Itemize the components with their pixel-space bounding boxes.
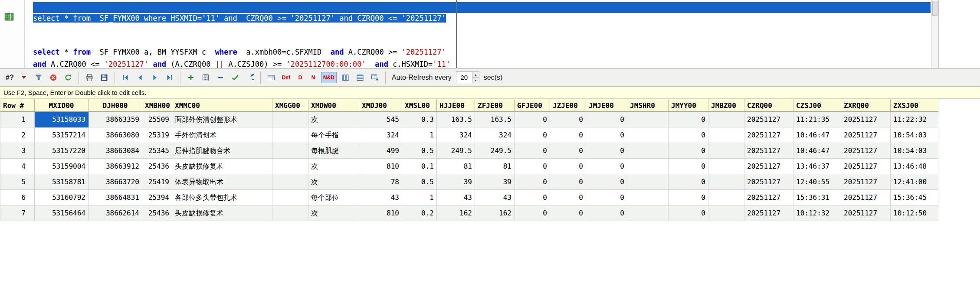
grid-cell[interactable]: 545 <box>359 112 402 127</box>
grid-cell[interactable]: 0 <box>586 205 627 221</box>
grid-cell[interactable]: 20251127 <box>744 159 793 174</box>
grid-cell[interactable]: 次 <box>308 174 359 190</box>
grid-cell[interactable]: 10:46:47 <box>793 143 841 159</box>
grid-cell[interactable]: 头皮缺损修复术 <box>172 159 272 174</box>
grid-cell[interactable]: 20251127 <box>744 190 793 205</box>
grid-cell[interactable] <box>708 127 744 143</box>
row-view-button[interactable] <box>354 72 366 84</box>
grid-cell[interactable]: 0 <box>550 159 586 174</box>
filter-button[interactable] <box>33 72 45 84</box>
grid-cell[interactable]: 324 <box>359 127 402 143</box>
grid-cell[interactable] <box>272 127 308 143</box>
grid-cell[interactable]: 38662614 <box>88 205 142 221</box>
column-header-jmyy00[interactable]: JMYY00 <box>669 99 708 112</box>
grid-cell[interactable]: 头皮缺损修复术 <box>172 205 272 221</box>
grid-cell[interactable]: 0 <box>550 174 586 190</box>
grid-cell[interactable]: 0 <box>515 205 550 221</box>
grid-cell[interactable]: 43 <box>359 190 402 205</box>
column-header-jmje00[interactable]: JMJE00 <box>586 99 627 112</box>
grid-cell[interactable]: 38663080 <box>88 127 142 143</box>
grid-cell[interactable] <box>272 159 308 174</box>
row-number-cell[interactable]: 7 <box>0 205 35 221</box>
grid-cell[interactable]: 20251127 <box>841 174 891 190</box>
grid-cell[interactable] <box>627 174 669 190</box>
now-value-button[interactable]: N <box>308 72 318 83</box>
column-header-xmsl00[interactable]: XMSL00 <box>402 99 437 112</box>
refresh-interval-input[interactable] <box>456 72 472 83</box>
grid-cell[interactable] <box>272 143 308 159</box>
next-record-button[interactable] <box>149 72 161 84</box>
grid-cell[interactable]: 0 <box>586 159 627 174</box>
grid-cell[interactable]: 0.5 <box>402 174 437 190</box>
grid-cell[interactable]: 0 <box>550 112 586 127</box>
default-value-button[interactable]: Def <box>280 72 292 83</box>
grid-cell[interactable]: 0 <box>515 159 550 174</box>
grid-options-button[interactable] <box>265 72 277 84</box>
column-header-xmdj00[interactable]: XMDJ00 <box>359 99 402 112</box>
column-header-hjje00[interactable]: HJJE00 <box>437 99 475 112</box>
grid-cell[interactable]: 面部外伤清创整形术 <box>172 112 272 127</box>
grid-cell[interactable]: 0 <box>515 127 550 143</box>
grid-cell[interactable]: 53159004 <box>35 159 88 174</box>
grid-cell[interactable]: 0 <box>586 190 627 205</box>
grid-cell[interactable]: 0 <box>586 174 627 190</box>
grid-cell[interactable]: 38663359 <box>88 112 142 127</box>
grid-cell[interactable]: 10:46:47 <box>793 127 841 143</box>
grid-cell[interactable]: 10:12:50 <box>891 205 938 221</box>
grid-cell[interactable]: 20251127 <box>841 143 891 159</box>
grid-cell[interactable]: 53158781 <box>35 174 88 190</box>
grid-cell[interactable] <box>272 205 308 221</box>
row-number-cell[interactable]: 4 <box>0 159 35 174</box>
row-number-cell[interactable]: 5 <box>0 174 35 190</box>
grid-cell[interactable]: 15:36:31 <box>793 190 841 205</box>
grid-row-7[interactable]: 7531564643866261425436头皮缺损修复术次8100.21621… <box>0 205 938 221</box>
grid-cell[interactable] <box>627 143 669 159</box>
print-button[interactable] <box>83 72 95 84</box>
grid-cell[interactable] <box>708 205 744 221</box>
grid-cell[interactable]: 10:54:03 <box>891 143 938 159</box>
grid-cell[interactable]: 78 <box>359 174 402 190</box>
grid-cell[interactable]: 0 <box>669 127 708 143</box>
grid-cell[interactable]: 38663912 <box>88 159 142 174</box>
grid-cell[interactable]: 11:22:32 <box>891 112 938 127</box>
grid-cell[interactable]: 屈伸指肌腱吻合术 <box>172 143 272 159</box>
grid-cell[interactable] <box>708 112 744 127</box>
grid-cell[interactable] <box>627 127 669 143</box>
grid-cell[interactable]: 162 <box>437 205 475 221</box>
editor-scrollbar[interactable] <box>931 0 939 68</box>
grid-cell[interactable]: 0 <box>669 205 708 221</box>
column-header-zxsj00[interactable]: ZXSJ00 <box>891 99 938 112</box>
grid-row-5[interactable]: 5531587813866372025419体表异物取出术次780.539390… <box>0 174 938 190</box>
last-record-button[interactable] <box>164 72 176 84</box>
grid-row-2[interactable]: 2531572143866308025319手外伤清创术每个手指32413243… <box>0 127 938 143</box>
grid-cell[interactable]: 0 <box>550 190 586 205</box>
grid-row-3[interactable]: 3531572203866308425345屈伸指肌腱吻合术每根肌腱4990.5… <box>0 143 938 159</box>
grid-cell[interactable]: 20251127 <box>841 205 891 221</box>
grid-cell[interactable]: 25345 <box>142 143 172 159</box>
grid-cell[interactable]: 810 <box>359 159 402 174</box>
grid-cell[interactable]: 0 <box>550 127 586 143</box>
grid-cell[interactable]: 163.5 <box>475 112 515 127</box>
grid-cell[interactable] <box>708 159 744 174</box>
column-header-jzje00[interactable]: JZJE00 <box>550 99 586 112</box>
grid-cell[interactable] <box>627 205 669 221</box>
grid-cell[interactable]: 次 <box>308 159 359 174</box>
grid-cell[interactable]: 10:12:32 <box>793 205 841 221</box>
grid-cell[interactable]: 43 <box>437 190 475 205</box>
date-value-button[interactable]: D <box>295 72 305 83</box>
grid-cell[interactable]: 20251127 <box>841 190 891 205</box>
grid-cell[interactable]: 20251127 <box>841 127 891 143</box>
grid-cell[interactable]: 53160792 <box>35 190 88 205</box>
sql-line-query3-clipped[interactable]: and A.CZRQ00 <= '20251127' and (A.CZRQ00… <box>33 59 450 68</box>
grid-cell[interactable]: 25509 <box>142 112 172 127</box>
refresh-button[interactable] <box>62 72 74 84</box>
grid-cell[interactable]: 20251127 <box>744 174 793 190</box>
column-header-mxid00[interactable]: MXID00 <box>35 99 88 112</box>
now-and-date-value-button[interactable]: N&D <box>321 72 337 83</box>
grid-cell[interactable]: 0.1 <box>402 159 437 174</box>
grid-cell[interactable]: 0 <box>586 143 627 159</box>
grid-cell[interactable] <box>627 112 669 127</box>
grid-cell[interactable]: 0 <box>550 143 586 159</box>
grid-cell[interactable] <box>627 159 669 174</box>
grid-cell[interactable]: 20251127 <box>841 159 891 174</box>
